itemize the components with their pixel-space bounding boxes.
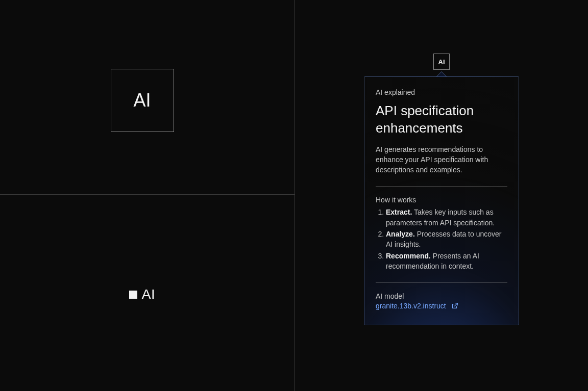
ai-explained-popover: AI explained API specification enhanceme… (364, 76, 519, 325)
ai-model-link[interactable]: granite.13b.v2.instruct (376, 302, 458, 310)
ai-model-link-text: granite.13b.v2.instruct (376, 302, 446, 310)
left-panel: AI AI (0, 0, 295, 391)
ai-label-inline-button[interactable]: AI (129, 286, 155, 303)
step-title: Extract. (386, 208, 412, 216)
how-it-works-label: How it works (376, 196, 507, 204)
left-top-cell: AI (0, 0, 295, 195)
square-bullet-icon (129, 291, 137, 299)
list-item: Recommend. Presents an AI recommendation… (386, 251, 507, 272)
how-it-works-steps: Extract. Takes key inputs such as parame… (376, 207, 507, 271)
popover-description: AI generates recommendations to enhance … (376, 144, 507, 175)
popover-eyebrow: AI explained (376, 88, 507, 96)
left-bottom-cell: AI (0, 195, 295, 391)
ai-chip-button[interactable]: AI (433, 54, 450, 70)
ai-inline-text: AI (141, 286, 155, 303)
list-item: Extract. Takes key inputs such as parame… (386, 207, 507, 228)
divider (376, 282, 507, 283)
step-title: Analyze. (386, 230, 415, 238)
popover-title: API specification enhancements (376, 102, 507, 137)
step-title: Recommend. (386, 252, 431, 260)
list-item: Analyze. Processes data to uncover AI in… (386, 229, 507, 250)
divider (376, 186, 507, 187)
right-panel: AI AI explained API specification enhanc… (295, 0, 588, 391)
launch-icon (451, 302, 458, 309)
ai-model-label: AI model (376, 292, 507, 300)
app-root: AI AI AI AI explained API specification … (0, 0, 588, 391)
ai-label-large-button[interactable]: AI (111, 69, 174, 132)
